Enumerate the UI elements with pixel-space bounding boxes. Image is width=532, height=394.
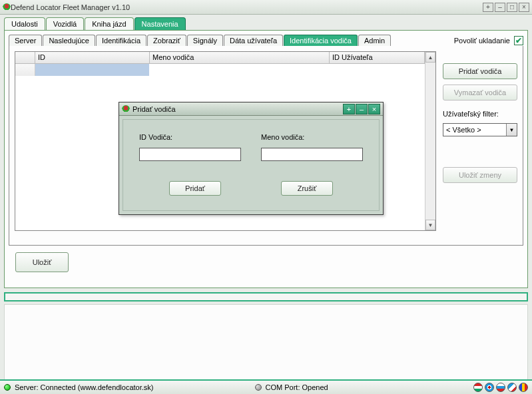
subtab-admin[interactable]: Admin [358, 35, 391, 46]
tab-nastavenia[interactable]: Nastavenia [134, 17, 186, 30]
driver-id-input[interactable] [139, 148, 241, 161]
server-status-led-icon [4, 384, 11, 391]
driver-name-label: Meno vodiča: [261, 133, 363, 141]
minimize-button[interactable]: – [495, 3, 505, 12]
subtab-server[interactable]: Server [9, 35, 42, 46]
col-selector[interactable] [15, 52, 35, 63]
col-name[interactable]: Meno vodiča [150, 52, 330, 63]
com-status-text: COM Port: Opened [266, 383, 328, 391]
user-filter-value: < Všetko > [443, 126, 506, 134]
save-changes-button[interactable]: Uložiť zmeny [443, 167, 517, 183]
dialog-add-button[interactable]: Pridať [169, 181, 221, 196]
driver-id-label: ID Vodiča: [139, 133, 241, 141]
chevron-down-icon[interactable]: ▼ [506, 124, 517, 136]
tab-vozidla[interactable]: Vozidlá [46, 17, 84, 30]
user-filter-label: Užívateľský filter: [443, 110, 517, 118]
flag-ro-icon[interactable] [519, 383, 528, 392]
dialog-title: Pridať vodiča [133, 105, 328, 113]
scroll-down-icon[interactable]: ▼ [425, 220, 435, 230]
flag-hu-icon[interactable] [473, 383, 483, 392]
maximize-button[interactable]: □ [507, 3, 517, 12]
subtab-nasledujuce[interactable]: Nasledujúce [43, 35, 95, 46]
sub-tabs: Server Nasledujúce Identifikácia Zobrazi… [9, 35, 523, 46]
window-title: Defend Locator Fleet Manager v1.10 [11, 3, 464, 11]
scroll-up-icon[interactable]: ▲ [425, 52, 435, 63]
flag-en-icon[interactable] [485, 383, 494, 392]
vertical-scrollbar[interactable]: ▲ ▼ [425, 52, 435, 230]
subtab-data-uzivatela[interactable]: Dáta užívateľa [224, 35, 283, 46]
dialog-cancel-button[interactable]: Zrušiť [281, 181, 333, 196]
language-flags [473, 383, 528, 392]
grip-dots-icon [328, 104, 342, 113]
server-status-text: Server: Connected (www.defendlocator.sk) [15, 383, 154, 391]
dialog-close-button[interactable]: × [368, 104, 380, 114]
grip-dots-icon [464, 3, 481, 12]
close-button[interactable]: × [519, 3, 529, 12]
side-panel: Pridať vodiča Vymazať vodiča Užívateľský… [443, 51, 517, 240]
add-driver-dialog: Pridať vodiča + – × ID Vodiča: Meno vodi… [119, 102, 384, 215]
col-id[interactable]: ID [35, 52, 150, 63]
horizontal-splitter[interactable] [4, 292, 528, 301]
app-icon [122, 105, 130, 113]
allow-save-label: Povoliť ukladanie [454, 37, 510, 45]
dialog-minimize-button[interactable]: – [356, 104, 368, 114]
com-status-led-icon [255, 384, 262, 391]
subtab-signaly[interactable]: Signály [187, 35, 223, 46]
table-header: ID Meno vodiča ID Užívateľa [15, 52, 425, 64]
dialog-titlebar[interactable]: Pridať vodiča + – × [119, 102, 383, 116]
subtab-identifikacia[interactable]: Identifikácia [96, 35, 146, 46]
subtab-zobrazit[interactable]: Zobraziť [147, 35, 186, 46]
expand-button[interactable]: + [483, 3, 493, 12]
status-bar: Server: Connected (www.defendlocator.sk)… [0, 379, 532, 394]
main-tabs: Udalosti Vozidlá Kniha jázd Nastavenia [0, 15, 532, 30]
delete-driver-button[interactable]: Vymazať vodiča [443, 85, 517, 100]
dialog-expand-button[interactable]: + [343, 104, 355, 114]
save-button[interactable]: Uložiť [15, 252, 69, 272]
app-icon [3, 3, 11, 11]
window-controls: + – □ × [464, 3, 529, 12]
tab-kniha-jazd[interactable]: Kniha jázd [85, 17, 133, 30]
flag-cz-icon[interactable] [507, 383, 517, 392]
flag-sk-icon[interactable] [496, 383, 505, 392]
allow-save-checkbox[interactable]: ✔ [514, 36, 523, 45]
col-user-id[interactable]: ID Užívateľa [330, 52, 425, 63]
window-titlebar: Defend Locator Fleet Manager v1.10 + – □… [0, 0, 532, 15]
user-filter-select[interactable]: < Všetko > ▼ [443, 123, 517, 136]
log-panel [4, 304, 528, 383]
tab-udalosti[interactable]: Udalosti [4, 17, 45, 30]
driver-name-input[interactable] [261, 148, 363, 161]
subtab-identifikacia-vodica[interactable]: Identifikácia vodiča [284, 35, 358, 46]
table-row[interactable] [15, 64, 425, 76]
add-driver-button[interactable]: Pridať vodiča [443, 63, 517, 79]
